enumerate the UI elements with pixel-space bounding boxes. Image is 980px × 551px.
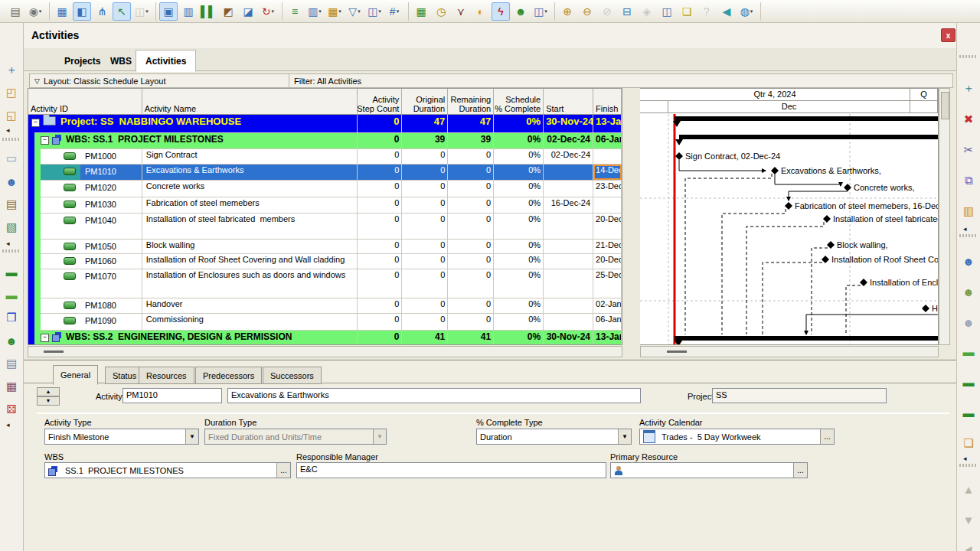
gantt-horizontal-scrollbar[interactable] <box>640 346 939 357</box>
column-header[interactable]: OriginalDuration <box>402 89 448 114</box>
browse-button[interactable]: ... <box>793 463 807 478</box>
resources-icon[interactable]: ☻ <box>3 173 20 190</box>
split-horizontal-icon[interactable]: ⊟ <box>618 2 636 21</box>
import-icon[interactable]: ◱ <box>3 107 20 124</box>
pane-splitter[interactable] <box>622 88 642 345</box>
chevron-down-icon[interactable]: ▼ <box>185 429 198 444</box>
expander-icon[interactable]: − <box>31 119 40 127</box>
activities-icon[interactable]: ▬ <box>3 263 20 280</box>
column-header[interactable]: Start <box>544 89 593 114</box>
summary-bar[interactable] <box>675 116 939 121</box>
milestone-diamond[interactable] <box>675 152 683 160</box>
responsible-manager-field[interactable]: E&C <box>296 462 606 478</box>
assign-predecessor-icon[interactable]: ▬ <box>960 373 977 390</box>
table-row[interactable]: PM1040Installation of steel fabricated m… <box>28 214 622 240</box>
milestone-diamond[interactable] <box>823 215 831 223</box>
table-row[interactable]: −Project: SS NABBINGO WAREHOUSE047470%30… <box>28 115 622 133</box>
spin-up-icon[interactable]: ▲ <box>37 387 60 396</box>
online-help-icon[interactable]: ◍▾ <box>737 2 756 21</box>
table-row[interactable]: PM1090Commissioning0000%06-Jan <box>28 314 622 331</box>
table-header-row[interactable]: Activity IDActivity NameActivityStep Cou… <box>28 89 622 115</box>
activity-steps-icon[interactable]: ▬ <box>3 286 20 303</box>
close-icon[interactable]: x <box>941 28 956 42</box>
bars-icon[interactable]: ▌▌ <box>199 2 217 21</box>
detail-tab-general[interactable]: General <box>53 365 98 385</box>
table-row[interactable]: PM1060Installation of Roof Sheet Coverin… <box>28 254 622 269</box>
row-header[interactable] <box>41 254 80 269</box>
progress-spotlight-icon[interactable]: ◐ <box>472 2 490 21</box>
gantt-canvas[interactable]: Sign Contract, 02-Dec-24Excavations & Ea… <box>640 114 939 345</box>
group-sort-icon[interactable]: ≡ <box>286 2 304 21</box>
detail-tab-predecessors[interactable]: Predecessors <box>195 367 262 384</box>
vertical-scrollbar[interactable] <box>939 88 950 345</box>
split-vertical-icon[interactable]: ◫ <box>658 2 676 21</box>
projects-icon[interactable]: ▭ <box>3 150 20 167</box>
table-icon[interactable]: ▦ <box>412 2 430 21</box>
columns-icon[interactable]: ▥ <box>179 2 198 21</box>
assign-resources-icon[interactable]: ☻ <box>511 2 530 21</box>
activity-calendar-field[interactable]: Trades - 5 Day Workweek ... <box>639 429 835 445</box>
pct-complete-type-select[interactable]: Duration▼ <box>476 429 632 445</box>
spreadsheet-view-icon[interactable]: ▦ <box>53 2 71 21</box>
collapse-icon[interactable]: ◂ <box>6 421 10 429</box>
layout-view-icon[interactable]: ◧ <box>73 2 91 21</box>
column-header[interactable]: Activity Name <box>142 89 358 114</box>
milestone-diamond[interactable] <box>860 279 867 286</box>
reorganize-icon[interactable]: ↻▾ <box>259 2 277 21</box>
schedule-icon[interactable]: ϟ <box>492 2 510 21</box>
find-icon[interactable]: ▣ <box>159 2 178 21</box>
columns-menu-icon[interactable]: ▥▾ <box>305 2 324 21</box>
milestone-diamond[interactable] <box>771 167 779 174</box>
column-header[interactable]: Schedule% Complete <box>494 89 544 114</box>
milestone-diamond[interactable] <box>822 256 829 263</box>
risks-icon[interactable]: ⚄ <box>3 401 20 418</box>
attachment-icon[interactable]: ◈ <box>638 2 656 21</box>
notebook-icon[interactable]: ❏ <box>678 2 696 21</box>
tab-activities[interactable]: Activities <box>136 50 196 72</box>
layout-filter-bar[interactable]: ▽ Layout: Classic Schedule Layout Filter… <box>29 73 953 88</box>
timescale-cell[interactable] <box>910 101 938 113</box>
row-header[interactable] <box>41 197 80 213</box>
milestone-diamond[interactable] <box>827 241 835 249</box>
collapse-icon[interactable]: ◂ <box>963 455 967 462</box>
move-down-icon[interactable]: ▼ <box>960 511 977 528</box>
summary-bar[interactable] <box>679 135 939 139</box>
table-row[interactable]: PM1000Sign Contract0000%02-Dec-24 <box>28 149 622 165</box>
table-row[interactable]: PM1030Fabrication of steel memebers0000%… <box>28 197 622 214</box>
table-row[interactable]: PM1050Block walling0000%21-Dec <box>28 240 622 254</box>
assign-activity-code-icon[interactable]: ▬ <box>960 343 977 360</box>
timescale-cell[interactable]: Dec <box>668 101 910 113</box>
add-icon[interactable]: ＋ <box>960 80 977 96</box>
chevron-down-icon[interactable]: ▼ <box>618 429 631 444</box>
row-header[interactable] <box>41 240 80 253</box>
org-chart-icon[interactable]: ◫▾ <box>132 2 151 21</box>
summary-bar[interactable] <box>675 336 939 341</box>
print-icon[interactable]: ▤ <box>6 2 24 21</box>
collapse-icon[interactable]: ◂ <box>963 225 967 233</box>
row-header[interactable] <box>41 269 80 298</box>
move-up-icon[interactable]: ▲ <box>960 481 977 497</box>
reports-icon[interactable]: ▤ <box>3 196 20 213</box>
row-header[interactable] <box>41 314 80 330</box>
row-header[interactable] <box>41 298 80 313</box>
wbs-icon[interactable]: ❒ <box>3 309 20 326</box>
row-header[interactable] <box>41 149 80 164</box>
zoom-fit-icon[interactable]: ⊘ <box>598 2 616 21</box>
scrollbar-thumb[interactable] <box>941 92 949 119</box>
expander-icon[interactable]: − <box>41 334 49 342</box>
group-view-icon[interactable]: ⋔ <box>93 2 111 21</box>
activity-usage-icon[interactable]: ◪ <box>239 2 257 21</box>
collapse-icon[interactable]: ◂ <box>6 240 10 247</box>
assign-role-icon[interactable]: ☻ <box>960 314 977 331</box>
timescale-cell[interactable]: Q <box>910 89 938 101</box>
browse-button[interactable]: ... <box>820 429 834 444</box>
timescale-cell[interactable] <box>640 101 668 113</box>
assign-resource-icon[interactable]: ☻ <box>960 253 977 269</box>
tracking-icon[interactable]: ▧ <box>3 219 20 236</box>
scrollbar-thumb[interactable] <box>667 350 687 353</box>
timescale-quarter-row[interactable]: Qtr 4, 2024Q <box>640 89 938 101</box>
timescale-icon[interactable]: ▦▾ <box>325 2 344 21</box>
milestone-diamond[interactable] <box>785 202 792 210</box>
column-header[interactable]: RemainingDuration <box>448 89 494 114</box>
resource-usage-icon[interactable]: ◩ <box>219 2 237 21</box>
